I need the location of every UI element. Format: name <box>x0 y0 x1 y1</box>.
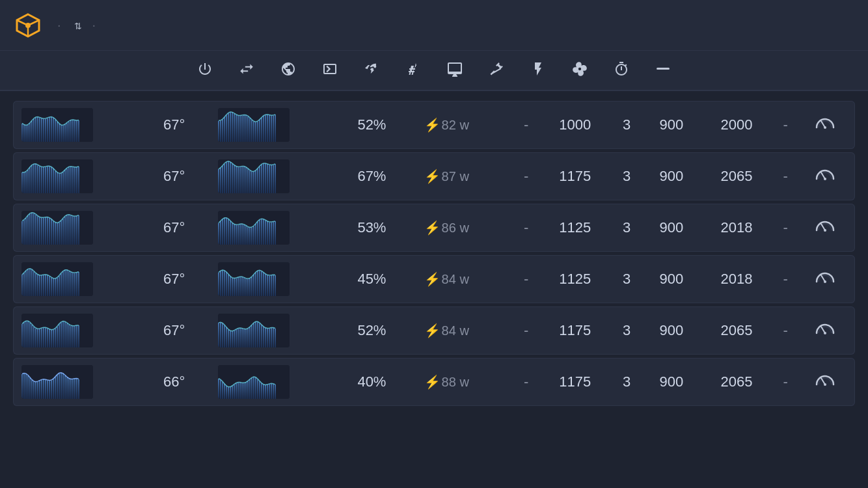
gpu-row: 67° 53% ⚡86 w - 1125 3 900 2018 - <box>13 204 855 252</box>
toolbar <box>0 51 868 91</box>
gpu-fan-chart-cell-2 <box>213 204 353 252</box>
svg-point-16 <box>824 332 826 334</box>
bolt-icon-2: ⚡ <box>424 221 441 235</box>
gpu-fan-pct-1: 67% <box>352 152 418 200</box>
gpu-chart-0 <box>21 108 93 142</box>
header: · ⇅ · <box>0 0 868 51</box>
bolt-icon-4: ⚡ <box>424 323 441 338</box>
gpu-gauge-1[interactable] <box>798 152 855 200</box>
gpu-chart-3 <box>21 262 93 296</box>
fan-button[interactable] <box>568 57 591 81</box>
gpu-row: 67° 52% ⚡84 w - 1175 3 900 2065 - <box>13 306 855 355</box>
gpu-col3-2: 3 <box>611 204 642 252</box>
svg-rect-6 <box>657 68 670 70</box>
gauge-icon-0 <box>815 116 835 133</box>
gpu-col900-4: 900 <box>642 306 701 355</box>
gpu-dash1-0: - <box>513 101 539 149</box>
gpu-dash2-1: - <box>772 152 798 200</box>
power-button[interactable] <box>193 57 217 81</box>
gpu-fan-chart-2 <box>218 211 290 245</box>
globe-button[interactable] <box>277 57 300 81</box>
gpu-col900-2: 900 <box>642 204 701 252</box>
gpu-power-4: ⚡84 w <box>419 306 513 355</box>
hashtag-button[interactable] <box>401 57 425 81</box>
gpu-gauge-3[interactable] <box>798 255 855 303</box>
bolt-icon-3: ⚡ <box>424 272 441 286</box>
gpu-hashrate-5: 1175 <box>539 358 611 406</box>
gpu-col2000-5: 2065 <box>701 358 773 406</box>
gpu-chart-1 <box>21 159 93 193</box>
gauge-icon-5 <box>815 373 835 390</box>
gpu-row: 67° 45% ⚡84 w - 1125 3 900 2018 - <box>13 255 855 303</box>
gpu-chart-4 <box>21 314 93 347</box>
gpu-dash2-4: - <box>772 306 798 355</box>
gpu-power-1: ⚡87 w <box>419 152 513 200</box>
gpu-power-5: ⚡88 w <box>419 358 513 406</box>
bolt-icon-5: ⚡ <box>424 375 441 389</box>
gpu-fan-chart-5 <box>218 365 290 399</box>
tools-button[interactable] <box>485 57 508 81</box>
gpu-chart-cell-2 <box>13 204 158 252</box>
gpu-col2000-0: 2000 <box>701 101 773 149</box>
gpu-dash1-1: - <box>513 152 539 200</box>
gpu-temp-3: 67° <box>158 255 213 303</box>
gpu-temp-4: 67° <box>158 306 213 355</box>
gpu-gauge-0[interactable] <box>798 101 855 149</box>
svg-point-14 <box>824 280 826 283</box>
gpu-col2000-1: 2065 <box>701 152 773 200</box>
gpu-col3-4: 3 <box>611 306 642 355</box>
console-button[interactable] <box>443 57 467 81</box>
gpu-row: 67° 67% ⚡87 w - 1175 3 900 2065 - <box>13 152 855 200</box>
gpu-temp-0: 67° <box>158 101 213 149</box>
gpu-col3-0: 3 <box>611 101 642 149</box>
gpu-chart-cell-5 <box>13 358 158 406</box>
svg-point-8 <box>824 126 826 129</box>
terminal-button[interactable] <box>318 57 342 81</box>
gpu-power-2: ⚡86 w <box>419 204 513 252</box>
sep1: · <box>57 18 61 33</box>
timer-button[interactable] <box>610 57 633 81</box>
gpu-temp-1: 67° <box>158 152 213 200</box>
gpu-gauge-5[interactable] <box>798 358 855 406</box>
gpu-hashrate-3: 1125 <box>539 255 611 303</box>
gauge-icon-2 <box>815 219 835 236</box>
gpu-fan-chart-cell-0 <box>213 101 353 149</box>
gpu-row: 66° 40% ⚡88 w - 1175 3 900 2065 - <box>13 358 855 406</box>
gpu-fan-chart-cell-4 <box>213 306 353 355</box>
gpu-fan-pct-5: 40% <box>352 358 418 406</box>
gauge-icon-1 <box>815 167 835 185</box>
gpu-col3-1: 3 <box>611 152 642 200</box>
header-left: · ⇅ · <box>16 13 106 38</box>
farm-sort-icon: ⇅ <box>74 21 82 31</box>
gpu-hashrate-0: 1000 <box>539 101 611 149</box>
farm-breadcrumb[interactable]: ⇅ <box>72 18 82 33</box>
gpu-gauge-2[interactable] <box>798 204 855 252</box>
gpu-dash1-5: - <box>513 358 539 406</box>
machine-button[interactable] <box>526 57 550 81</box>
gauge-icon-3 <box>815 270 835 288</box>
gauge-icon-4 <box>815 321 835 339</box>
gpu-fan-chart-1 <box>218 159 290 193</box>
gpu-power-3: ⚡84 w <box>419 255 513 303</box>
gpu-dash1-4: - <box>513 306 539 355</box>
gpu-col3-5: 3 <box>611 358 642 406</box>
svg-point-4 <box>25 23 31 28</box>
gpu-col900-5: 900 <box>642 358 701 406</box>
bolt-icon-1: ⚡ <box>424 169 441 183</box>
rocket-button[interactable] <box>360 57 383 81</box>
gpu-dash2-5: - <box>772 358 798 406</box>
gpu-col900-1: 900 <box>642 152 701 200</box>
gpu-temp-5: 66° <box>158 358 213 406</box>
gpu-gauge-4[interactable] <box>798 306 855 355</box>
gpu-hashrate-1: 1175 <box>539 152 611 200</box>
gpu-fan-chart-cell-3 <box>213 255 353 303</box>
gpu-fan-pct-0: 52% <box>352 101 418 149</box>
gpu-chart-2 <box>21 211 93 245</box>
network-button[interactable] <box>235 57 258 81</box>
bolt-icon-0: ⚡ <box>424 118 441 132</box>
collapse-button[interactable] <box>651 57 675 81</box>
gpu-table-container: 67° 52% ⚡82 w - 1000 3 900 2000 - <box>0 91 868 416</box>
gpu-fan-chart-0 <box>218 108 290 142</box>
gpu-hashrate-4: 1175 <box>539 306 611 355</box>
sep2: · <box>92 18 96 33</box>
